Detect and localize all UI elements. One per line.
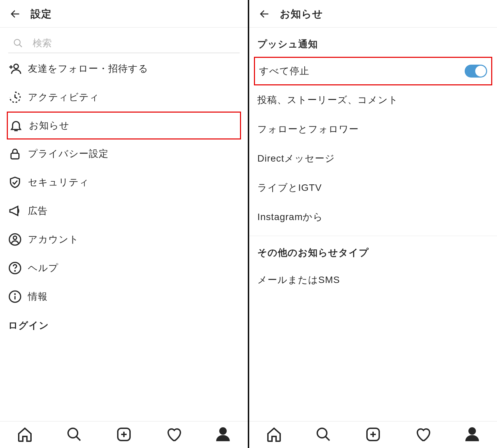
menu-follow-invite[interactable]: 友達をフォロー・招待する <box>0 54 248 83</box>
heart-icon <box>415 426 431 443</box>
menu-label: アクティビティ <box>28 91 99 104</box>
row-posts-stories-comments[interactable]: 投稿、ストーリーズ、コメント <box>249 85 497 115</box>
nav-activity[interactable] <box>415 426 431 443</box>
help-icon <box>8 261 22 275</box>
back-button[interactable] <box>8 7 22 21</box>
svg-point-20 <box>220 428 226 434</box>
settings-content: 友達をフォロー・招待する アクティビティ お知らせ プライバシー設定 <box>0 28 248 421</box>
search-icon <box>13 38 23 48</box>
add-post-icon <box>365 426 381 443</box>
row-label: Directメッセージ <box>257 152 335 165</box>
nav-activity[interactable] <box>165 426 182 443</box>
bottom-nav-right <box>249 421 497 448</box>
pause-all-toggle[interactable] <box>465 65 487 78</box>
home-icon <box>17 426 33 443</box>
account-circle-icon <box>8 233 22 246</box>
svg-point-15 <box>68 428 78 438</box>
svg-line-23 <box>325 436 330 441</box>
menu-account[interactable]: アカウント <box>0 225 248 254</box>
menu-label: プライバシー設定 <box>28 147 109 160</box>
menu-label: アカウント <box>28 233 79 246</box>
svg-point-27 <box>469 428 475 434</box>
menu-security[interactable]: セキュリティ <box>0 168 248 197</box>
section-push: プッシュ通知 <box>249 28 497 57</box>
nav-add[interactable] <box>116 426 132 443</box>
menu-label: 友達をフォロー・招待する <box>28 62 148 75</box>
nav-search[interactable] <box>66 426 82 443</box>
page-title-left: 設定 <box>31 7 52 21</box>
profile-icon <box>215 426 231 443</box>
heart-icon <box>165 426 182 443</box>
menu-label: ヘルプ <box>28 262 59 275</box>
menu-ads[interactable]: 広告 <box>0 197 248 225</box>
menu-notifications[interactable]: お知らせ <box>7 112 241 139</box>
nav-add[interactable] <box>365 426 381 443</box>
svg-point-9 <box>13 236 17 239</box>
svg-point-22 <box>317 428 327 438</box>
row-direct-messages[interactable]: Directメッセージ <box>249 144 497 173</box>
nav-profile[interactable] <box>464 426 480 443</box>
notifications-content: プッシュ通知 すべて停止 投稿、ストーリーズ、コメント フォローとフォロワー D… <box>249 28 497 421</box>
back-button[interactable] <box>257 7 272 21</box>
search-icon <box>66 426 82 443</box>
svg-line-2 <box>19 45 22 47</box>
pause-all-row[interactable]: すべて停止 <box>254 57 492 85</box>
add-post-icon <box>116 426 132 443</box>
row-label: フォローとフォロワー <box>257 123 359 136</box>
menu-label: 広告 <box>28 204 48 217</box>
bottom-nav-left <box>0 421 248 448</box>
search-input[interactable] <box>33 38 237 49</box>
svg-point-1 <box>14 39 20 46</box>
section-other: その他のお知らせタイプ <box>249 236 497 265</box>
search-icon <box>315 426 332 443</box>
activity-icon <box>8 90 22 104</box>
svg-rect-7 <box>11 153 19 159</box>
toggle-knob <box>475 66 486 77</box>
bell-icon <box>9 119 23 132</box>
row-from-instagram[interactable]: Instagramから <box>249 202 497 232</box>
row-label: メールまたはSMS <box>257 273 340 286</box>
nav-search[interactable] <box>315 426 332 443</box>
settings-menu: 友達をフォロー・招待する アクティビティ お知らせ プライバシー設定 <box>0 53 248 336</box>
megaphone-icon <box>8 204 22 218</box>
row-live-igtv[interactable]: ライブとIGTV <box>249 173 497 202</box>
info-icon <box>8 290 22 303</box>
svg-point-11 <box>15 271 15 271</box>
row-label: Instagramから <box>257 211 323 223</box>
row-label: ライブとIGTV <box>257 181 322 194</box>
svg-point-3 <box>14 64 18 69</box>
settings-pane: 設定 友達をフォロー・招待する アクティビティ <box>0 0 248 448</box>
section-login: ログイン <box>0 311 248 336</box>
nav-profile[interactable] <box>215 426 231 443</box>
menu-label: お知らせ <box>29 119 69 132</box>
menu-help[interactable]: ヘルプ <box>0 254 248 282</box>
add-person-icon <box>8 62 22 76</box>
page-title-right: お知らせ <box>280 7 323 21</box>
notifications-pane: お知らせ プッシュ通知 すべて停止 投稿、ストーリーズ、コメント フォローとフォ… <box>249 0 497 448</box>
menu-privacy[interactable]: プライバシー設定 <box>0 139 248 168</box>
home-icon <box>266 426 282 443</box>
lock-icon <box>8 147 22 161</box>
arrow-left-icon <box>10 8 21 20</box>
profile-icon <box>464 426 480 443</box>
header-right: お知らせ <box>249 0 497 28</box>
header-left: 設定 <box>0 0 248 28</box>
menu-label: セキュリティ <box>28 176 89 189</box>
row-following-followers[interactable]: フォローとフォロワー <box>249 115 497 144</box>
arrow-left-icon <box>259 8 270 20</box>
pause-all-label: すべて停止 <box>259 65 309 78</box>
svg-line-16 <box>76 436 80 441</box>
menu-label: 情報 <box>28 290 48 303</box>
menu-info[interactable]: 情報 <box>0 282 248 311</box>
nav-home[interactable] <box>266 426 282 443</box>
row-email-sms[interactable]: メールまたはSMS <box>249 265 497 295</box>
shield-check-icon <box>8 176 22 189</box>
row-label: 投稿、ストーリーズ、コメント <box>257 94 398 106</box>
svg-point-14 <box>15 294 15 295</box>
nav-home[interactable] <box>17 426 33 443</box>
menu-activity[interactable]: アクティビティ <box>0 83 248 112</box>
search-field[interactable] <box>8 34 240 53</box>
